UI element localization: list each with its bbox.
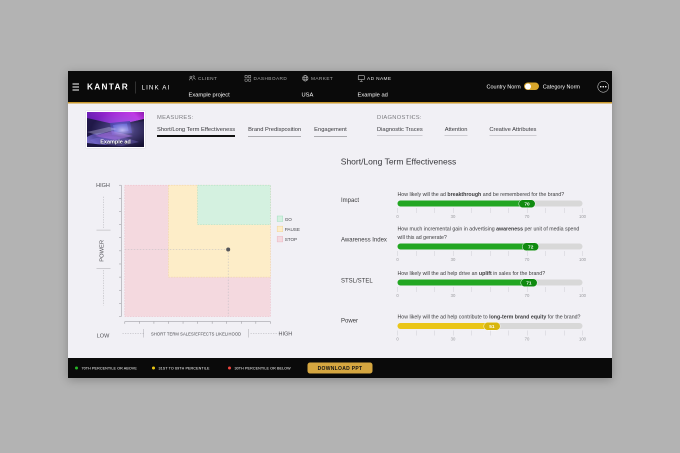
- metric-body: How likely will the ad breakthrough and …: [398, 190, 583, 219]
- question-text: in sales for the brand?: [492, 270, 545, 276]
- scale-tick: [508, 287, 509, 292]
- scale-tick: [397, 208, 398, 213]
- nav-item-ad-name[interactable]: AD NAME Example ad: [358, 74, 392, 100]
- scale-tick-label: 30: [451, 257, 456, 262]
- question-emphasis: awareness: [496, 226, 523, 232]
- scale-tick: [434, 331, 435, 336]
- question-text: How much incremental gain in advertising: [398, 226, 497, 232]
- ad-name-icon: [358, 74, 366, 82]
- legend-swatch-stop: [277, 236, 283, 242]
- metric-question-power: How likely will the ad help contribute t…: [398, 313, 587, 322]
- question-text: for the brand?: [546, 314, 580, 320]
- question-text: and be remembered for the brand?: [481, 191, 564, 197]
- metric-body: How much incremental gain in advertising…: [398, 225, 583, 263]
- scale-tick: [508, 251, 509, 256]
- awareness-index-scale-ticks: [398, 251, 583, 257]
- scale-tick: [490, 331, 491, 336]
- ad-data-point: [226, 248, 230, 252]
- yellow-dot-icon: [152, 367, 155, 370]
- scale-tick: [453, 251, 454, 256]
- metric-label-awareness-index: Awareness Index: [341, 236, 387, 243]
- footer-legend-mid: 31ST TO 69TH PERCENTILE: [152, 358, 214, 378]
- tab-creative-attributes[interactable]: Creative Attributes: [489, 126, 536, 136]
- metric-label-stsl-stel: STSL/STEL: [341, 277, 373, 284]
- scale-tick: [471, 251, 472, 256]
- metric-question-awareness-index: How much incremental gain in advertising…: [398, 225, 587, 242]
- tab-attention[interactable]: Attention: [445, 126, 468, 136]
- nav-label-dashboard: DASHBOARD: [254, 75, 288, 81]
- scale-tick: [527, 251, 528, 256]
- scale-tick: [434, 208, 435, 213]
- market-icon: [302, 74, 310, 82]
- y-axis-title: POWER: [99, 240, 105, 262]
- question-text: How likely will the ad help drive an: [398, 270, 479, 276]
- scale-tick: [564, 287, 565, 292]
- impact-score-fill: [398, 201, 535, 207]
- scale-tick-label: 0: [396, 214, 398, 219]
- scale-tick: [416, 251, 417, 256]
- brand-divider: [135, 82, 136, 94]
- ad-name-icon-glyph: [358, 74, 366, 82]
- scale-tick: [527, 287, 528, 292]
- scale-tick: [453, 208, 454, 213]
- y-axis-high-label: HIGH: [96, 182, 110, 188]
- scale-tick-label: 30: [451, 337, 456, 342]
- nav-item-dashboard[interactable]: DASHBOARD: [244, 74, 287, 100]
- nav-item-market[interactable]: MARKET USA: [302, 74, 334, 100]
- scale-tick: [397, 331, 398, 336]
- metric-body: How likely will the ad help drive an upl…: [398, 269, 583, 298]
- scale-tick: [508, 208, 509, 213]
- scale-tick: [490, 208, 491, 213]
- nav-value-ad-name: Example ad: [358, 92, 388, 98]
- scale-tick: [564, 208, 565, 213]
- app-window: KANTAR LINK AI CLIENT Example project: [68, 71, 612, 378]
- ellipsis-dot: [603, 86, 604, 87]
- hamburger-menu-icon[interactable]: [73, 83, 80, 92]
- footer-legend-high: 70TH PERCENTILE OR ABOVE: [75, 358, 142, 378]
- stsl-stel-score-badge: 71: [520, 278, 537, 287]
- legend-label-pause: PAUSE: [285, 227, 300, 232]
- scale-tick: [508, 331, 509, 336]
- scale-tick: [397, 287, 398, 292]
- hamburger-bar: [73, 87, 80, 88]
- scale-tick-label: 70: [525, 257, 530, 262]
- scale-tick: [582, 208, 583, 213]
- scale-tick-label: 100: [579, 293, 586, 298]
- scale-tick: [582, 287, 583, 292]
- nav-item-client[interactable]: CLIENT Example project: [189, 74, 218, 100]
- legend-swatch-go: [277, 216, 283, 222]
- scale-tick: [527, 208, 528, 213]
- scale-tick: [416, 208, 417, 213]
- footer-legend-low: 30TH PERCENTILE OR BELOW: [228, 358, 296, 378]
- ellipsis-dot: [605, 86, 606, 87]
- nav-item-header: CLIENT: [189, 74, 218, 82]
- scale-tick: [471, 287, 472, 292]
- norm-toggle[interactable]: [524, 83, 539, 91]
- scale-tick: [453, 331, 454, 336]
- ellipsis-dot: [600, 86, 601, 87]
- scale-tick-label: 0: [396, 293, 398, 298]
- dashboard-icon-glyph: [244, 74, 252, 82]
- power-scale-labels: 03070100: [398, 337, 583, 342]
- impact-score-bar: 70: [398, 201, 583, 207]
- impact-score-badge: 70: [519, 199, 536, 208]
- awareness-index-scale-labels: 03070100: [398, 257, 583, 262]
- download-ppt-button[interactable]: DOWNLOAD PPT: [308, 363, 373, 374]
- norm-toggle-knob: [525, 83, 531, 89]
- red-dot-icon: [228, 367, 231, 370]
- stsl-stel-scale-labels: 03070100: [398, 293, 583, 298]
- scale-tick-label: 100: [579, 257, 586, 262]
- footer-legend-label: 70TH PERCENTILE OR ABOVE: [82, 366, 137, 371]
- scale-tick: [545, 287, 546, 292]
- scale-tick: [564, 331, 565, 336]
- more-options-button[interactable]: [598, 81, 610, 93]
- scale-tick-label: 30: [451, 293, 456, 298]
- metric-label-power: Power: [341, 317, 358, 324]
- scale-tick: [527, 331, 528, 336]
- scale-tick: [490, 251, 491, 256]
- scale-tick: [416, 331, 417, 336]
- tab-diagnostic-traces[interactable]: Diagnostic Traces: [377, 126, 423, 136]
- bottom-bar: 70TH PERCENTILE OR ABOVE 31ST TO 69TH PE…: [68, 358, 612, 378]
- scale-tick-label: 100: [579, 337, 586, 342]
- scale-tick: [471, 331, 472, 336]
